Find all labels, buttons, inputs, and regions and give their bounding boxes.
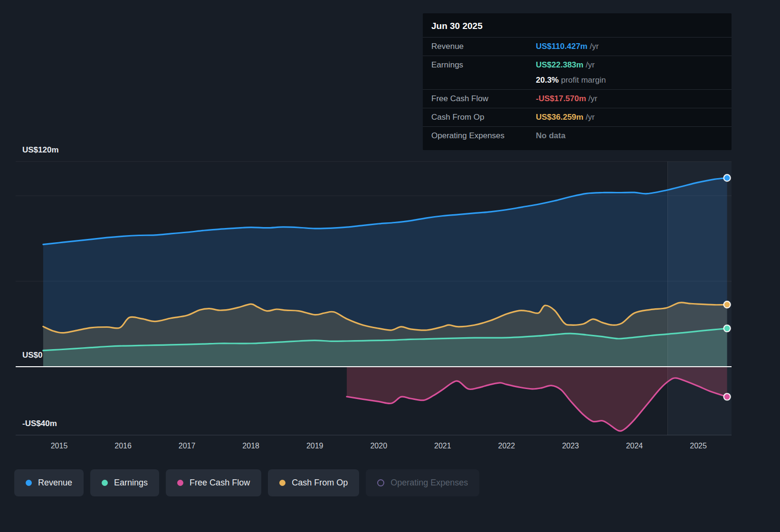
x-tick-label: 2015 [51,442,68,450]
tooltip-label: Revenue [431,41,536,52]
legend-label: Free Cash Flow [190,478,250,488]
revenue-dot-icon [26,480,32,486]
x-tick-label: 2024 [626,442,643,450]
tooltip-row-earnings: Earnings US$22.383m /yr [423,56,732,74]
tooltip-label: Operating Expenses [431,131,536,141]
x-tick-label: 2016 [114,442,132,450]
legend: Revenue Earnings Free Cash Flow Cash Fro… [14,469,479,496]
x-tick-label: 2019 [306,442,323,450]
tooltip-suffix: /yr [583,60,595,69]
tooltip-value: 20.3% [536,76,559,85]
y-axis-label: -US$40m [22,419,57,428]
tooltip: Jun 30 2025 Revenue US$110.427m /yr Earn… [423,13,732,150]
x-tick-label: 2018 [242,442,259,450]
tooltip-row-free-cash-flow: Free Cash Flow -US$17.570m /yr [423,89,732,108]
tooltip-value: US$22.383m [536,60,583,69]
tooltip-row-operating-expenses: Operating Expenses No data [423,126,732,145]
tooltip-label: Cash From Op [431,112,536,123]
tooltip-value: -US$17.570m [536,94,586,103]
legend-item-revenue[interactable]: Revenue [14,469,84,496]
highlight-band [667,162,732,435]
tooltip-row-revenue: Revenue US$110.427m /yr [423,37,732,56]
tooltip-value: No data [536,131,565,140]
x-tick-label: 2022 [498,442,515,450]
tooltip-value: US$110.427m [536,42,588,51]
x-tick-label: 2021 [434,442,451,450]
earnings-end-marker [724,325,731,332]
legend-label: Revenue [38,478,72,488]
earnings-dot-icon [102,480,108,486]
x-tick-label: 2023 [562,442,579,450]
tooltip-date: Jun 30 2025 [423,15,732,37]
cash-from-op-dot-icon [279,480,285,486]
tooltip-value: US$36.259m [536,113,583,122]
free-cash-flow-dot-icon [177,480,183,486]
tooltip-label: Earnings [431,60,536,70]
tooltip-suffix: profit margin [559,76,606,85]
y-axis-label: US$0 [22,351,43,360]
operating-expenses-dot-icon [377,479,384,486]
legend-item-operating-expenses[interactable]: Operating Expenses [366,469,479,496]
tooltip-suffix: /yr [588,42,599,51]
cash-from-op-end-marker [724,301,731,308]
x-tick-label: 2025 [690,442,707,450]
tooltip-row-profit-margin: 20.3% profit margin [423,74,732,89]
legend-label: Earnings [114,478,148,488]
legend-label: Cash From Op [292,478,348,488]
free-cash-flow-end-marker [724,393,731,400]
tooltip-row-cash-from-op: Cash From Op US$36.259m /yr [423,108,732,126]
tooltip-suffix: /yr [586,94,598,103]
x-tick-label: 2020 [370,442,387,450]
tooltip-suffix: /yr [583,113,595,122]
revenue-end-marker [724,175,731,181]
tooltip-label: Free Cash Flow [431,94,536,104]
x-tick-label: 2017 [179,442,196,450]
y-axis-label: US$120m [22,145,59,155]
legend-item-free-cash-flow[interactable]: Free Cash Flow [166,469,261,496]
legend-item-cash-from-op[interactable]: Cash From Op [268,469,359,496]
legend-item-earnings[interactable]: Earnings [90,469,159,496]
legend-label: Operating Expenses [390,478,468,488]
